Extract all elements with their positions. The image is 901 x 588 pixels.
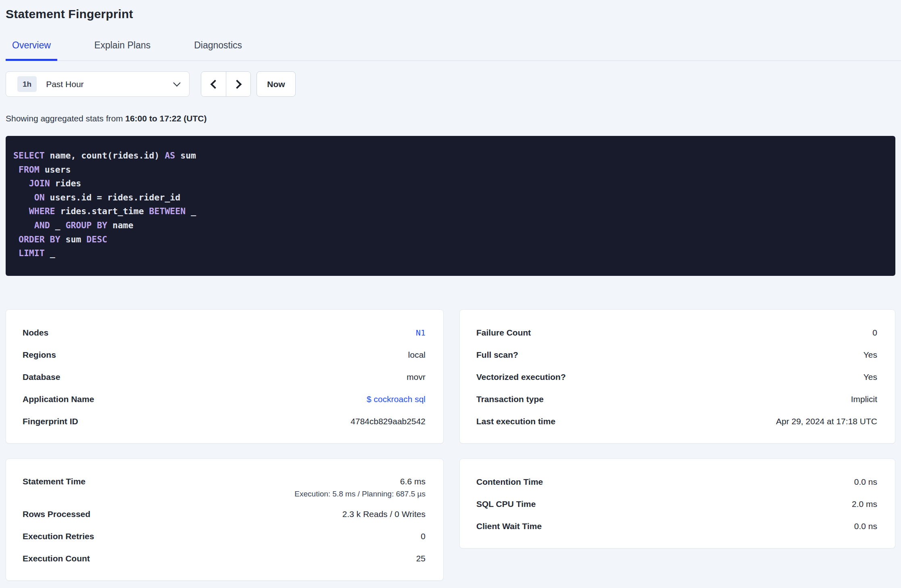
stat-row: Execution Count25 [23, 548, 425, 570]
stat-row: Full scan?Yes [476, 344, 877, 366]
stat-label: SQL CPU Time [476, 499, 536, 509]
details-cards-row: NodesN1RegionslocalDatabasemovrApplicati… [6, 309, 895, 444]
sql-text: rides.start_time [55, 206, 149, 216]
sql-text: _ [50, 220, 66, 230]
stat-row: Vectorized execution?Yes [476, 366, 877, 388]
next-interval-button[interactable] [226, 72, 250, 96]
stat-label: Fingerprint ID [23, 416, 78, 427]
stat-label: Statement Time [23, 476, 86, 487]
stat-value-stack: 4784cb829aab2542 [350, 416, 425, 427]
stat-row: Regionslocal [23, 344, 425, 366]
stat-value: 2.3 k Reads / 0 Writes [342, 509, 425, 519]
sql-keyword: FROM [19, 165, 40, 175]
time-range-select[interactable]: 1h Past Hour [6, 71, 190, 97]
tab-diagnostics[interactable]: Diagnostics [188, 40, 248, 61]
sql-line: LIMIT _ [13, 246, 883, 261]
sql-text [13, 165, 19, 175]
stat-value: 0.0 ns [854, 477, 877, 487]
stat-row: Contention Time0.0 ns [476, 471, 877, 493]
sql-text [13, 178, 29, 188]
stat-label: Full scan? [476, 350, 518, 360]
stat-row: Rows Processed2.3 k Reads / 0 Writes [23, 503, 425, 525]
stat-value-link[interactable]: $ cockroach sql [367, 394, 425, 405]
stat-value-stack: Apr 29, 2024 at 17:18 UTC [776, 416, 877, 427]
stat-value: Apr 29, 2024 at 17:18 UTC [776, 416, 877, 427]
sql-keyword: JOIN [29, 178, 50, 188]
stat-value: 0.0 ns [854, 521, 877, 532]
stat-value-stack: Implicit [851, 394, 877, 405]
stat-value-stack: 0.0 ns [854, 521, 877, 532]
stat-label: Vectorized execution? [476, 372, 566, 382]
stat-value-stack: 0 [421, 531, 425, 542]
statement-fingerprint-page: Statement Fingerprint OverviewExplain Pl… [0, 0, 901, 581]
sql-keyword: GROUP BY [65, 220, 107, 230]
sql-keyword: ON [34, 192, 45, 202]
stat-label: Nodes [23, 327, 48, 338]
stat-value-stack: N1 [416, 327, 425, 338]
stat-row: NodesN1 [23, 322, 425, 344]
stat-label: Application Name [23, 394, 94, 405]
stat-value: local [408, 350, 425, 360]
sql-text [13, 220, 34, 230]
chevron-down-icon [173, 79, 180, 86]
sql-line: ORDER BY sum DESC [13, 233, 883, 247]
sql-text [13, 206, 29, 216]
sql-line: AND _ GROUP BY name [13, 219, 883, 233]
timing-stats-card: Contention Time0.0 nsSQL CPU Time2.0 msC… [459, 459, 895, 548]
stat-row: Last execution timeApr 29, 2024 at 17:18… [476, 411, 877, 433]
time-nav-buttons [201, 71, 251, 97]
sql-statement: SELECT name, count(rides.id) AS sum FROM… [6, 136, 895, 276]
chevron-right-icon [233, 79, 242, 89]
sql-text: sum [175, 150, 196, 161]
stat-row: Application Name$ cockroach sql [23, 388, 425, 411]
sql-text: rides [50, 178, 81, 188]
stat-label: Execution Retries [23, 531, 94, 542]
aggregation-caption: Showing aggregated stats from 16:00 to 1… [6, 114, 895, 123]
stat-value-stack: Yes [863, 372, 877, 382]
stat-label: Transaction type [476, 394, 544, 405]
sql-text: _ [45, 248, 55, 258]
stat-value-stack: 2.3 k Reads / 0 Writes [342, 509, 425, 519]
sql-keyword: DESC [86, 234, 107, 244]
stat-row: Transaction typeImplicit [476, 388, 877, 411]
tab-overview[interactable]: Overview [6, 40, 57, 61]
aggregation-caption-range: 16:00 to 17:22 (UTC) [125, 114, 207, 123]
stat-label: Client Wait Time [476, 521, 542, 532]
sql-keyword: WHERE [29, 206, 55, 216]
sql-text: _ [186, 206, 196, 216]
stat-value-stack: 0 [872, 327, 877, 338]
statement-details-card: NodesN1RegionslocalDatabasemovrApplicati… [6, 309, 444, 444]
stat-value: 4784cb829aab2542 [350, 416, 425, 427]
previous-interval-button[interactable] [201, 72, 226, 96]
stat-value-stack: 25 [416, 553, 425, 564]
stat-value-stack: local [408, 350, 425, 360]
stat-row: Failure Count0 [476, 322, 877, 344]
sql-keyword: ORDER BY [19, 234, 60, 244]
stat-value: 0 [421, 531, 425, 542]
stats-cards-row: Statement Time6.6 msExecution: 5.8 ms / … [6, 459, 895, 581]
tab-explain-plans[interactable]: Explain Plans [88, 40, 157, 61]
sql-keyword: BETWEEN [149, 206, 186, 216]
sql-keyword: SELECT [13, 150, 45, 161]
stat-value-stack: 0.0 ns [854, 477, 877, 487]
stat-value: 6.6 ms [294, 476, 425, 487]
stat-value-stack: 2.0 ms [852, 499, 877, 509]
sql-text: name [107, 220, 133, 230]
sql-text: users [40, 165, 71, 175]
stat-value-stack: 6.6 msExecution: 5.8 ms / Planning: 687.… [294, 476, 425, 498]
stat-value: 2.0 ms [852, 499, 877, 509]
sql-keyword: LIMIT [19, 248, 45, 258]
stat-value-link[interactable]: N1 [416, 327, 425, 338]
stat-subvalue: Execution: 5.8 ms / Planning: 687.5 µs [294, 490, 425, 498]
stat-value: 0 [872, 327, 877, 338]
now-button[interactable]: Now [257, 71, 296, 97]
sql-line: SELECT name, count(rides.id) AS sum [13, 149, 883, 163]
stat-row: Client Wait Time0.0 ns [476, 515, 877, 538]
sql-text: name, count(rides.id) [45, 150, 165, 161]
stat-row: Statement Time6.6 msExecution: 5.8 ms / … [23, 471, 425, 503]
stat-label: Rows Processed [23, 509, 90, 519]
stat-value-stack: movr [407, 372, 425, 382]
stat-value: Implicit [851, 394, 877, 405]
interval-badge: 1h [17, 76, 37, 92]
stat-value: movr [407, 372, 425, 382]
